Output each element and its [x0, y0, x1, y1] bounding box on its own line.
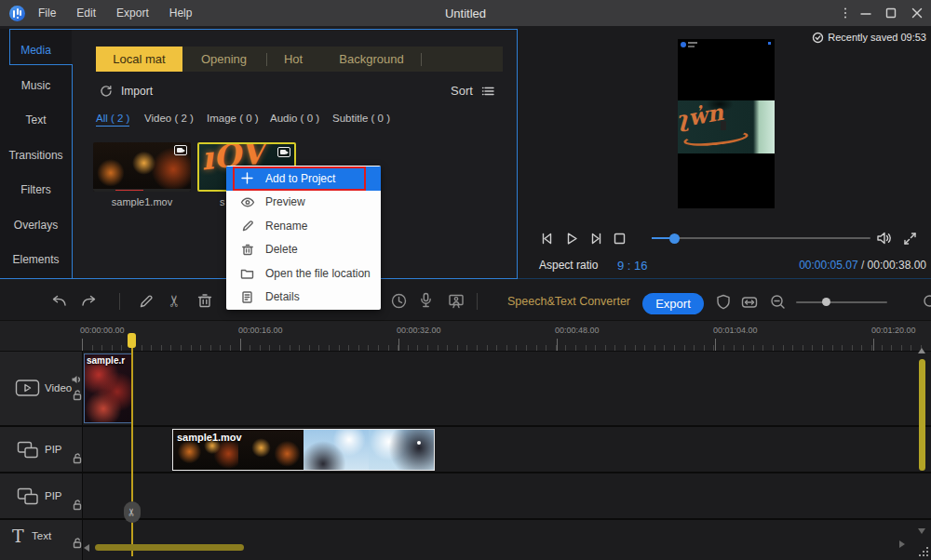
text-track-header[interactable]: T Text	[0, 520, 82, 560]
aspect-ratio-label: Aspect ratio	[539, 259, 598, 272]
menu-help[interactable]: Help	[169, 7, 193, 20]
context-menu-preview[interactable]: Preview	[226, 191, 381, 215]
shield-icon[interactable]	[715, 293, 732, 312]
filter-all[interactable]: All ( 2 )	[96, 113, 129, 127]
track-label: Text	[32, 530, 51, 541]
aspect-ratio-value[interactable]: 9 : 16	[617, 259, 648, 273]
sidebar-item-media[interactable]: Media	[0, 33, 72, 67]
preview-video-frame[interactable]: ʅw̓n	[678, 39, 775, 208]
scroll-left-arrow[interactable]	[84, 544, 89, 552]
tab-local-material[interactable]: Local mat	[96, 47, 182, 72]
sidebar-item-transitions[interactable]: Transitions	[0, 138, 72, 172]
context-menu-delete[interactable]: Delete	[226, 238, 381, 262]
volume-icon[interactable]	[875, 230, 893, 247]
fullscreen-icon[interactable]	[902, 231, 918, 247]
media-item-underline	[9, 64, 72, 65]
tab-hot[interactable]: Hot	[273, 47, 314, 72]
next-frame-button[interactable]	[587, 231, 604, 247]
speech-text-converter-button[interactable]: Speech&Text Converter	[507, 295, 630, 308]
fit-to-timeline-icon[interactable]	[740, 294, 759, 311]
context-menu-details[interactable]: Details	[226, 286, 381, 310]
playhead-split-handle[interactable]: ✂	[124, 501, 141, 523]
zoom-in-icon[interactable]	[922, 293, 931, 311]
filter-video[interactable]: Video ( 2 )	[144, 113, 194, 124]
video-type-icon	[277, 147, 290, 157]
filter-audio[interactable]: Audio ( 0 )	[270, 113, 319, 124]
minimize-button[interactable]	[858, 6, 873, 20]
time-display: 00:00:05.07 / 00:00:38.00	[782, 259, 926, 272]
sidebar-item-filters[interactable]: Filters	[0, 172, 72, 207]
import-button[interactable]: Import	[121, 85, 153, 98]
sidebar-item-text[interactable]: Text	[0, 102, 72, 137]
filter-subtitle[interactable]: Subtitle ( 0 )	[332, 113, 390, 124]
menu-export[interactable]: Export	[116, 7, 149, 20]
sort-list-icon[interactable]	[481, 85, 495, 98]
trash-icon	[239, 243, 255, 257]
video-type-icon	[174, 145, 187, 155]
export-button[interactable]: Export	[642, 293, 704, 314]
voiceover-mic-button[interactable]	[418, 291, 434, 310]
ruler-label: 00:00:32.00	[397, 326, 441, 335]
titlebar: File Edit Export Help Untitled	[0, 0, 931, 26]
timeline-clip-video[interactable]: sample.r	[84, 353, 132, 423]
clip-label: sample1.mov	[177, 432, 242, 443]
sort-button[interactable]: Sort	[451, 84, 473, 98]
context-menu-label: Delete	[265, 243, 298, 256]
track-label: Video	[45, 382, 72, 393]
scroll-right-arrow[interactable]	[899, 540, 905, 548]
seek-slider-track[interactable]	[652, 237, 870, 239]
kebab-menu-icon[interactable]	[839, 7, 852, 20]
tab-background[interactable]: Background	[330, 47, 413, 72]
pip-track-header-2[interactable]: PIP	[0, 473, 82, 518]
context-menu-open-file-location[interactable]: Open the file location	[226, 261, 381, 286]
maximize-button[interactable]	[884, 6, 898, 20]
sidebar-item-elements[interactable]: Elements	[0, 242, 72, 276]
video-track-header[interactable]: Video	[0, 352, 82, 425]
context-menu-label: Rename	[265, 220, 307, 233]
speed-clock-button[interactable]	[390, 292, 408, 310]
context-menu-label: Details	[265, 290, 300, 303]
playhead-marker[interactable]	[128, 333, 136, 348]
clip-label: sample.r	[87, 355, 125, 366]
media-item-name: sample1.mov	[93, 196, 191, 207]
scroll-up-arrow[interactable]	[918, 348, 925, 353]
playhead-line[interactable]	[131, 333, 133, 556]
play-button[interactable]	[563, 231, 580, 247]
save-status-text: Recently saved 09:53	[828, 32, 926, 43]
scroll-down-arrow[interactable]	[918, 528, 925, 534]
portrait-button[interactable]	[447, 292, 466, 310]
context-menu-rename[interactable]: Rename	[226, 214, 381, 238]
menu-file[interactable]: File	[38, 7, 56, 20]
track-audio-icon[interactable]	[71, 374, 82, 385]
ruler-label: 00:00:16.00	[238, 326, 283, 335]
sidebar-panel-separator	[72, 64, 73, 278]
timeline-clip-pip[interactable]: sample1.mov	[172, 429, 435, 471]
edit-clip-button[interactable]	[138, 293, 155, 310]
timeline-zoom-thumb[interactable]	[822, 298, 830, 306]
annotation-highlight-box	[233, 167, 366, 191]
seek-slider-thumb[interactable]	[669, 233, 680, 244]
redo-button[interactable]	[79, 292, 99, 310]
filter-image[interactable]: Image ( 0 )	[207, 113, 259, 124]
close-button[interactable]	[910, 6, 924, 20]
timeline-zoom-slider[interactable]	[796, 301, 887, 303]
track-label: PIP	[45, 444, 62, 455]
delete-clip-button[interactable]	[196, 292, 213, 310]
media-thumbnail-1[interactable]	[93, 142, 191, 192]
resize-grip-icon[interactable]	[917, 546, 929, 558]
previous-frame-button[interactable]	[539, 231, 556, 247]
tab-opening[interactable]: Opening	[189, 47, 259, 72]
sidebar-item-overlays[interactable]: Overlays	[0, 207, 72, 242]
menu-edit[interactable]: Edit	[76, 7, 96, 20]
zoom-out-icon[interactable]	[769, 293, 787, 311]
preview-video-content: ʅw̓n	[678, 100, 775, 153]
horizontal-scrollbar-thumb[interactable]	[95, 544, 244, 551]
split-scissors-button[interactable]: ✂	[165, 294, 184, 307]
ruler-label: 00:00:00.00	[80, 326, 125, 335]
vertical-scrollbar-thumb[interactable]	[919, 359, 925, 471]
sidebar-item-music[interactable]: Music	[0, 68, 72, 102]
import-icon[interactable]	[99, 84, 113, 98]
stop-button[interactable]	[613, 232, 627, 246]
pip-track-header-1[interactable]: PIP	[0, 427, 82, 472]
undo-button[interactable]	[49, 292, 69, 310]
